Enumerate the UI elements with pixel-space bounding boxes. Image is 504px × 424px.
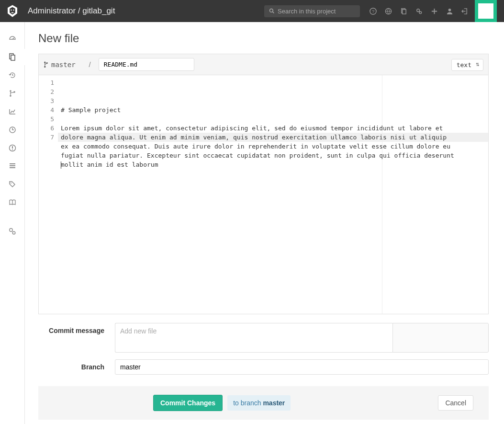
graphs-icon[interactable] [0,103,25,120]
branch-hint-name: master [263,399,285,407]
files-nav-icon[interactable] [0,49,25,65]
language-value: text [451,59,483,71]
search-placeholder: Search in this project [278,8,336,15]
search-input[interactable]: Search in this project [264,5,360,17]
path-separator: / [80,60,94,69]
svg-point-17 [12,149,13,150]
avatar[interactable] [475,0,497,22]
sidebar [0,22,25,424]
line-gutter: 1234567 [39,75,58,314]
svg-point-19 [9,229,12,231]
svg-point-8 [419,11,421,13]
branch-label: Branch [38,359,115,371]
files-icon[interactable] [396,4,411,18]
filename-input[interactable] [99,58,194,71]
branch-hint: to branch master [227,395,291,411]
action-bar: Commit Changes to branch master Cancel [38,386,489,420]
svg-point-7 [416,9,419,11]
code-line[interactable] [61,115,483,124]
commit-message-input[interactable] [115,323,392,353]
editor-toolbar: master / text [38,54,489,75]
breadcrumb[interactable]: Administrator / gitlab_git [28,6,264,16]
svg-point-9 [448,8,451,11]
svg-point-0 [270,9,273,12]
main-content: New file master / text 1234567 # Sample … [25,22,504,424]
code-line[interactable]: # Sample project [61,105,483,115]
commit-button[interactable]: Commit Changes [153,395,223,411]
commit-message-extra [392,323,489,353]
code-line[interactable]: ex ea commodo consequat. Duis aute irure… [61,142,483,151]
svg-point-12 [10,90,11,92]
svg-rect-11 [11,55,15,60]
commit-message-label: Commit message [38,323,115,334]
list-icon[interactable] [0,158,25,174]
code-line[interactable]: fugiat nulla pariatur. Excepteur sint oc… [61,151,483,160]
help-icon[interactable]: ? [366,4,380,18]
code-line[interactable]: dolore magna aliqua. Ut enim ad minim ve… [61,133,483,142]
language-select[interactable]: text [451,61,483,69]
topbar-icons: ? [366,4,472,18]
commit-form: Commit message Branch [38,323,489,375]
signout-icon[interactable] [458,4,472,18]
branch-icon [44,61,48,68]
code-area[interactable]: # Sample projectLorem ipsum dolor sit am… [58,75,488,314]
wiki-icon[interactable] [0,195,25,211]
svg-point-13 [10,95,11,97]
branch-hint-prefix: to branch [233,399,263,407]
svg-rect-6 [402,9,406,13]
clock-icon[interactable] [0,122,25,138]
branch-nav-icon[interactable] [0,85,25,102]
code-line[interactable]: mollit anim id est laborum [61,160,483,169]
svg-point-20 [12,231,15,234]
dashboard-icon[interactable] [0,31,25,47]
tags-icon[interactable] [0,176,25,193]
branch-input[interactable] [115,359,489,375]
gears-icon[interactable] [412,4,426,18]
issues-icon[interactable] [0,140,25,156]
svg-point-22 [44,66,45,67]
svg-text:?: ? [371,9,374,14]
history-icon[interactable] [0,67,25,83]
page-title: New file [38,32,489,45]
topbar: Administrator / gitlab_git Search in thi… [0,0,504,22]
svg-line-1 [273,12,274,13]
user-icon[interactable] [442,4,457,18]
code-line[interactable]: Lorem ipsum dolor sit amet, consectetur … [61,124,483,133]
plus-icon[interactable] [427,4,441,18]
svg-point-21 [44,61,45,63]
code-editor[interactable]: 1234567 # Sample projectLorem ipsum dolo… [38,75,489,314]
cancel-button[interactable]: Cancel [438,395,473,411]
explore-icon[interactable] [381,4,395,18]
app-logo[interactable] [4,2,21,20]
svg-point-18 [11,183,11,183]
branch-name: master [51,61,76,69]
branch-indicator[interactable]: master [44,61,76,69]
settings-icon[interactable] [0,223,25,240]
